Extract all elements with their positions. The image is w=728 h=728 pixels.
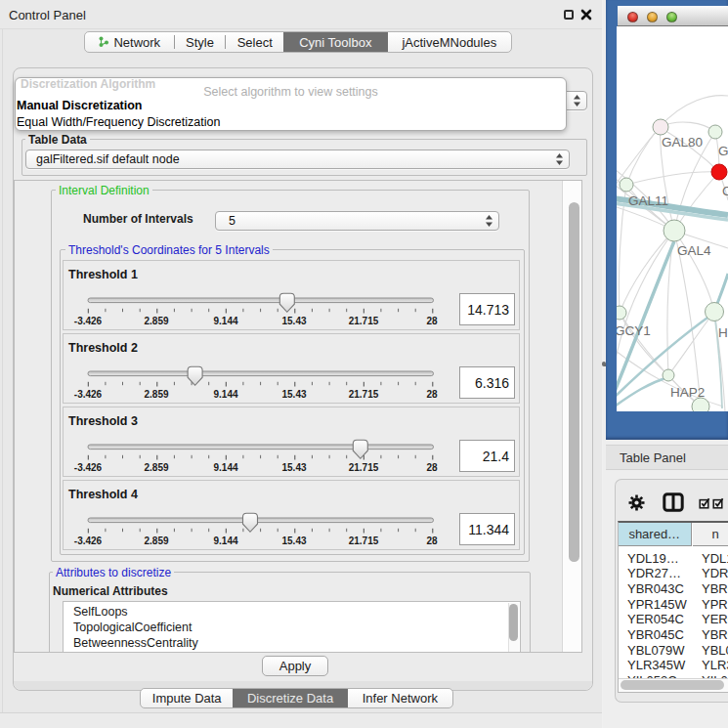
svg-text:H: H	[718, 325, 728, 340]
svg-text:GCY1: GCY1	[617, 323, 651, 338]
svg-text:GAL80: GAL80	[662, 135, 703, 150]
svg-text:GAL4: GAL4	[677, 243, 711, 258]
svg-text:G..: G..	[718, 144, 728, 158]
svg-text:HAP2: HAP2	[670, 385, 705, 400]
svg-text:C: C	[722, 184, 728, 198]
svg-text:GAL11: GAL11	[628, 193, 668, 208]
